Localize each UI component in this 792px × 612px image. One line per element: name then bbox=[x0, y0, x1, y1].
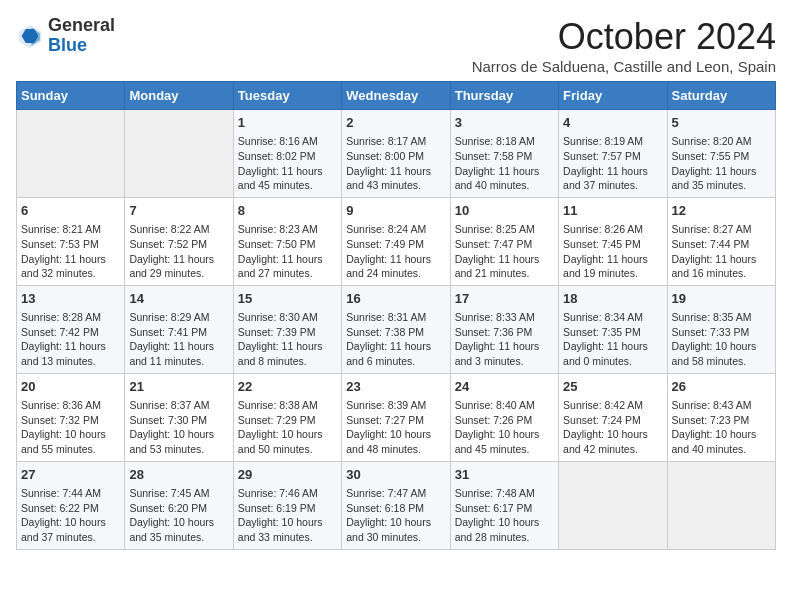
day-detail: Sunrise: 8:43 AM Sunset: 7:23 PM Dayligh… bbox=[672, 398, 771, 457]
day-number: 7 bbox=[129, 202, 228, 220]
weekday-header: Monday bbox=[125, 82, 233, 110]
calendar-cell: 27Sunrise: 7:44 AM Sunset: 6:22 PM Dayli… bbox=[17, 461, 125, 549]
day-number: 30 bbox=[346, 466, 445, 484]
day-number: 29 bbox=[238, 466, 337, 484]
day-number: 1 bbox=[238, 114, 337, 132]
day-detail: Sunrise: 8:39 AM Sunset: 7:27 PM Dayligh… bbox=[346, 398, 445, 457]
day-detail: Sunrise: 8:40 AM Sunset: 7:26 PM Dayligh… bbox=[455, 398, 554, 457]
day-detail: Sunrise: 8:33 AM Sunset: 7:36 PM Dayligh… bbox=[455, 310, 554, 369]
day-number: 4 bbox=[563, 114, 662, 132]
day-number: 5 bbox=[672, 114, 771, 132]
day-number: 8 bbox=[238, 202, 337, 220]
day-number: 17 bbox=[455, 290, 554, 308]
calendar-cell: 25Sunrise: 8:42 AM Sunset: 7:24 PM Dayli… bbox=[559, 373, 667, 461]
day-number: 27 bbox=[21, 466, 120, 484]
calendar-cell: 26Sunrise: 8:43 AM Sunset: 7:23 PM Dayli… bbox=[667, 373, 775, 461]
day-number: 6 bbox=[21, 202, 120, 220]
day-number: 24 bbox=[455, 378, 554, 396]
weekday-header: Thursday bbox=[450, 82, 558, 110]
calendar-week-row: 13Sunrise: 8:28 AM Sunset: 7:42 PM Dayli… bbox=[17, 285, 776, 373]
day-number: 23 bbox=[346, 378, 445, 396]
day-number: 2 bbox=[346, 114, 445, 132]
calendar-cell: 7Sunrise: 8:22 AM Sunset: 7:52 PM Daylig… bbox=[125, 197, 233, 285]
weekday-header: Friday bbox=[559, 82, 667, 110]
day-detail: Sunrise: 8:28 AM Sunset: 7:42 PM Dayligh… bbox=[21, 310, 120, 369]
day-detail: Sunrise: 8:20 AM Sunset: 7:55 PM Dayligh… bbox=[672, 134, 771, 193]
calendar-table: SundayMondayTuesdayWednesdayThursdayFrid… bbox=[16, 81, 776, 550]
day-detail: Sunrise: 8:30 AM Sunset: 7:39 PM Dayligh… bbox=[238, 310, 337, 369]
day-detail: Sunrise: 8:35 AM Sunset: 7:33 PM Dayligh… bbox=[672, 310, 771, 369]
day-detail: Sunrise: 7:46 AM Sunset: 6:19 PM Dayligh… bbox=[238, 486, 337, 545]
calendar-cell: 3Sunrise: 8:18 AM Sunset: 7:58 PM Daylig… bbox=[450, 110, 558, 198]
logo-icon bbox=[16, 22, 44, 50]
day-number: 20 bbox=[21, 378, 120, 396]
day-detail: Sunrise: 7:44 AM Sunset: 6:22 PM Dayligh… bbox=[21, 486, 120, 545]
title-section: October 2024 Narros de Salduena, Castill… bbox=[472, 16, 776, 75]
calendar-cell bbox=[559, 461, 667, 549]
calendar-cell: 4Sunrise: 8:19 AM Sunset: 7:57 PM Daylig… bbox=[559, 110, 667, 198]
day-detail: Sunrise: 8:26 AM Sunset: 7:45 PM Dayligh… bbox=[563, 222, 662, 281]
calendar-cell: 20Sunrise: 8:36 AM Sunset: 7:32 PM Dayli… bbox=[17, 373, 125, 461]
day-number: 14 bbox=[129, 290, 228, 308]
day-number: 10 bbox=[455, 202, 554, 220]
calendar-cell bbox=[17, 110, 125, 198]
day-number: 21 bbox=[129, 378, 228, 396]
calendar-cell: 21Sunrise: 8:37 AM Sunset: 7:30 PM Dayli… bbox=[125, 373, 233, 461]
weekday-header: Wednesday bbox=[342, 82, 450, 110]
day-number: 9 bbox=[346, 202, 445, 220]
day-detail: Sunrise: 8:36 AM Sunset: 7:32 PM Dayligh… bbox=[21, 398, 120, 457]
calendar-week-row: 20Sunrise: 8:36 AM Sunset: 7:32 PM Dayli… bbox=[17, 373, 776, 461]
weekday-header: Saturday bbox=[667, 82, 775, 110]
day-detail: Sunrise: 8:24 AM Sunset: 7:49 PM Dayligh… bbox=[346, 222, 445, 281]
calendar-week-row: 6Sunrise: 8:21 AM Sunset: 7:53 PM Daylig… bbox=[17, 197, 776, 285]
day-number: 3 bbox=[455, 114, 554, 132]
calendar-cell: 5Sunrise: 8:20 AM Sunset: 7:55 PM Daylig… bbox=[667, 110, 775, 198]
day-detail: Sunrise: 8:37 AM Sunset: 7:30 PM Dayligh… bbox=[129, 398, 228, 457]
weekday-header: Tuesday bbox=[233, 82, 341, 110]
day-detail: Sunrise: 7:48 AM Sunset: 6:17 PM Dayligh… bbox=[455, 486, 554, 545]
calendar-cell: 10Sunrise: 8:25 AM Sunset: 7:47 PM Dayli… bbox=[450, 197, 558, 285]
day-detail: Sunrise: 8:16 AM Sunset: 8:02 PM Dayligh… bbox=[238, 134, 337, 193]
calendar-week-row: 1Sunrise: 8:16 AM Sunset: 8:02 PM Daylig… bbox=[17, 110, 776, 198]
day-detail: Sunrise: 7:45 AM Sunset: 6:20 PM Dayligh… bbox=[129, 486, 228, 545]
day-detail: Sunrise: 8:29 AM Sunset: 7:41 PM Dayligh… bbox=[129, 310, 228, 369]
day-number: 15 bbox=[238, 290, 337, 308]
page-header: General Blue October 2024 Narros de Sald… bbox=[16, 16, 776, 75]
calendar-cell: 13Sunrise: 8:28 AM Sunset: 7:42 PM Dayli… bbox=[17, 285, 125, 373]
day-number: 28 bbox=[129, 466, 228, 484]
day-detail: Sunrise: 8:19 AM Sunset: 7:57 PM Dayligh… bbox=[563, 134, 662, 193]
day-detail: Sunrise: 8:22 AM Sunset: 7:52 PM Dayligh… bbox=[129, 222, 228, 281]
day-detail: Sunrise: 8:25 AM Sunset: 7:47 PM Dayligh… bbox=[455, 222, 554, 281]
day-number: 13 bbox=[21, 290, 120, 308]
day-detail: Sunrise: 8:38 AM Sunset: 7:29 PM Dayligh… bbox=[238, 398, 337, 457]
day-detail: Sunrise: 8:42 AM Sunset: 7:24 PM Dayligh… bbox=[563, 398, 662, 457]
calendar-cell: 12Sunrise: 8:27 AM Sunset: 7:44 PM Dayli… bbox=[667, 197, 775, 285]
calendar-cell bbox=[125, 110, 233, 198]
calendar-cell: 14Sunrise: 8:29 AM Sunset: 7:41 PM Dayli… bbox=[125, 285, 233, 373]
day-number: 25 bbox=[563, 378, 662, 396]
weekday-header: Sunday bbox=[17, 82, 125, 110]
calendar-cell: 19Sunrise: 8:35 AM Sunset: 7:33 PM Dayli… bbox=[667, 285, 775, 373]
calendar-cell: 2Sunrise: 8:17 AM Sunset: 8:00 PM Daylig… bbox=[342, 110, 450, 198]
month-title: October 2024 bbox=[472, 16, 776, 58]
calendar-cell: 1Sunrise: 8:16 AM Sunset: 8:02 PM Daylig… bbox=[233, 110, 341, 198]
calendar-cell: 29Sunrise: 7:46 AM Sunset: 6:19 PM Dayli… bbox=[233, 461, 341, 549]
calendar-cell: 24Sunrise: 8:40 AM Sunset: 7:26 PM Dayli… bbox=[450, 373, 558, 461]
calendar-cell: 9Sunrise: 8:24 AM Sunset: 7:49 PM Daylig… bbox=[342, 197, 450, 285]
day-number: 19 bbox=[672, 290, 771, 308]
day-number: 16 bbox=[346, 290, 445, 308]
day-detail: Sunrise: 8:34 AM Sunset: 7:35 PM Dayligh… bbox=[563, 310, 662, 369]
calendar-cell: 11Sunrise: 8:26 AM Sunset: 7:45 PM Dayli… bbox=[559, 197, 667, 285]
day-detail: Sunrise: 8:23 AM Sunset: 7:50 PM Dayligh… bbox=[238, 222, 337, 281]
day-number: 11 bbox=[563, 202, 662, 220]
day-number: 12 bbox=[672, 202, 771, 220]
day-detail: Sunrise: 8:21 AM Sunset: 7:53 PM Dayligh… bbox=[21, 222, 120, 281]
day-number: 18 bbox=[563, 290, 662, 308]
logo-text: General Blue bbox=[48, 16, 115, 56]
calendar-cell: 15Sunrise: 8:30 AM Sunset: 7:39 PM Dayli… bbox=[233, 285, 341, 373]
day-detail: Sunrise: 8:31 AM Sunset: 7:38 PM Dayligh… bbox=[346, 310, 445, 369]
calendar-cell: 16Sunrise: 8:31 AM Sunset: 7:38 PM Dayli… bbox=[342, 285, 450, 373]
calendar-cell: 17Sunrise: 8:33 AM Sunset: 7:36 PM Dayli… bbox=[450, 285, 558, 373]
calendar-cell: 31Sunrise: 7:48 AM Sunset: 6:17 PM Dayli… bbox=[450, 461, 558, 549]
calendar-cell: 23Sunrise: 8:39 AM Sunset: 7:27 PM Dayli… bbox=[342, 373, 450, 461]
